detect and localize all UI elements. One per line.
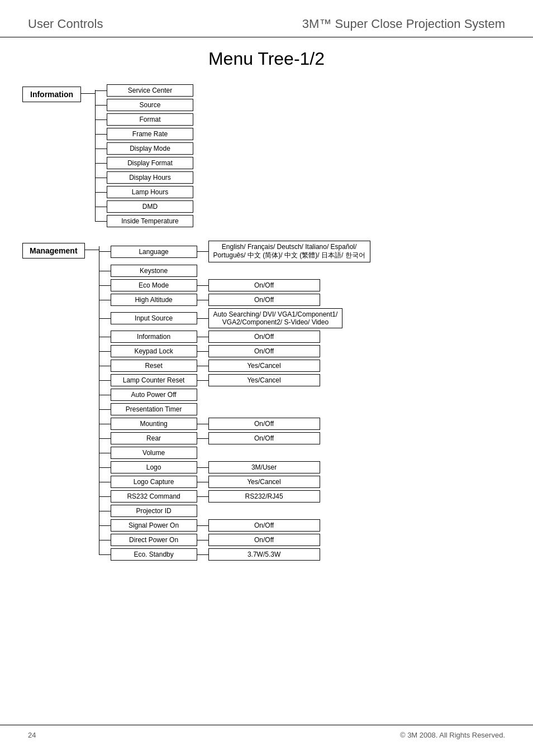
connector-h [85, 250, 99, 250]
branch-item: ResetYes/Cancel [99, 360, 370, 372]
branch-item: Input SourceAuto Searching/ DVI/ VGA1/Co… [99, 308, 370, 328]
menu-item-box: Direct Power On [111, 534, 197, 546]
value-box: On/Off [208, 432, 320, 444]
value-box: 3.7W/5.3W [208, 548, 320, 561]
branch-item: Volume [99, 447, 370, 459]
connector-h [81, 93, 95, 94]
menu-item-box: Inside Temperature [107, 215, 193, 227]
branch-item: Keystone [99, 265, 370, 277]
branch-item: DMD [96, 200, 193, 213]
branch-item: Inside Temperature [96, 215, 193, 227]
branch-item: Lamp Counter ResetYes/Cancel [99, 374, 370, 386]
menu-item-box: Auto Power Off [111, 389, 197, 401]
branch-item: Service Center [96, 84, 193, 97]
branch-item: Display Format [96, 157, 193, 169]
value-box: On/Off [208, 279, 320, 291]
menu-item-box: Lamp Counter Reset [111, 374, 197, 386]
category-management: Management [22, 243, 85, 259]
value-box: On/Off [208, 345, 320, 357]
value-box: On/Off [208, 519, 320, 532]
section-management: ManagementLanguageEnglish/ Français/ Deu… [22, 240, 511, 562]
branch-item: LanguageEnglish/ Français/ Deutsch/ Ital… [99, 241, 370, 262]
menu-item-box: Display Format [107, 157, 193, 169]
menu-item-box: Input Source [111, 312, 197, 324]
menu-item-box: Projector ID [111, 505, 197, 517]
copyright: © 3M 2008. All Rights Reserved. [400, 731, 505, 739]
branch-item: Display Hours [96, 171, 193, 184]
branch-item: RearOn/Off [99, 432, 370, 444]
branch-item: Eco. Standby3.7W/5.3W [99, 548, 370, 561]
branch-item: Signal Power OnOn/Off [99, 519, 370, 532]
page-footer: 24 © 3M 2008. All Rights Reserved. [0, 725, 533, 745]
menu-item-box: Logo Capture [111, 476, 197, 488]
value-box: Yes/Cancel [208, 374, 320, 386]
menu-item-box: Source [107, 99, 193, 111]
header-right: 3M™ Super Close Projection System [302, 17, 505, 31]
menu-item-box: Signal Power On [111, 519, 197, 532]
branch-item: Format [96, 113, 193, 126]
branch-item: Frame Rate [96, 128, 193, 140]
menu-item-box: Eco Mode [111, 279, 197, 291]
content: InformationService CenterSourceFormatFra… [0, 83, 533, 562]
branch-item: Source [96, 99, 193, 111]
branch-item: Auto Power Off [99, 389, 370, 401]
value-box: Auto Searching/ DVI/ VGA1/Component1/ VG… [208, 308, 343, 328]
menu-item-box: Display Hours [107, 171, 193, 184]
menu-item-box: Mounting [111, 418, 197, 430]
branch-item: MountingOn/Off [99, 418, 370, 430]
menu-item-box: Format [107, 113, 193, 126]
menu-item-box: Eco. Standby [111, 548, 197, 561]
menu-item-box: High Altitude [111, 294, 197, 306]
branch-item: Display Mode [96, 142, 193, 155]
tree-container: InformationService CenterSourceFormatFra… [22, 83, 511, 562]
menu-item-box: DMD [107, 200, 193, 213]
menu-item-box: Information [111, 331, 197, 343]
branch-item: Logo CaptureYes/Cancel [99, 476, 370, 488]
menu-item-box: Keystone [111, 265, 197, 277]
menu-item-box: Keypad Lock [111, 345, 197, 357]
category-information: Information [22, 87, 81, 102]
value-box: Yes/Cancel [208, 476, 320, 488]
branch-item: Logo3M/User [99, 461, 370, 473]
menu-item-box: Reset [111, 360, 197, 372]
value-box: On/Off [208, 534, 320, 546]
branch-item: Direct Power OnOn/Off [99, 534, 370, 546]
menu-item-box: Rear [111, 432, 197, 444]
page-title: Menu Tree-1/2 [0, 49, 533, 69]
branch-item: Keypad LockOn/Off [99, 345, 370, 357]
section-information: InformationService CenterSourceFormatFra… [22, 83, 511, 228]
branch-item: InformationOn/Off [99, 331, 370, 343]
menu-item-box: Lamp Hours [107, 186, 193, 198]
branch-item: Lamp Hours [96, 186, 193, 198]
value-box: English/ Français/ Deutsch/ Italiano/ Es… [208, 241, 370, 262]
branch-item: High AltitudeOn/Off [99, 294, 370, 306]
value-box: RS232/RJ45 [208, 490, 320, 503]
page-header: User Controls 3M™ Super Close Projection… [0, 0, 533, 37]
menu-item-box: Service Center [107, 84, 193, 97]
value-box: On/Off [208, 418, 320, 430]
menu-item-box: RS232 Command [111, 490, 197, 503]
value-box: On/Off [208, 294, 320, 306]
value-box: Yes/Cancel [208, 360, 320, 372]
menu-item-box: Frame Rate [107, 128, 193, 140]
menu-item-box: Language [111, 246, 197, 258]
branch-item: Eco ModeOn/Off [99, 279, 370, 291]
header-left: User Controls [28, 17, 103, 31]
menu-item-box: Display Mode [107, 142, 193, 155]
page-number: 24 [28, 731, 36, 739]
menu-item-box: Logo [111, 461, 197, 473]
value-box: 3M/User [208, 461, 320, 473]
value-box: On/Off [208, 331, 320, 343]
branch-item: Presentation Timer [99, 403, 370, 415]
branch-item: RS232 CommandRS232/RJ45 [99, 490, 370, 503]
branch-item: Projector ID [99, 505, 370, 517]
menu-item-box: Volume [111, 447, 197, 459]
menu-item-box: Presentation Timer [111, 403, 197, 415]
